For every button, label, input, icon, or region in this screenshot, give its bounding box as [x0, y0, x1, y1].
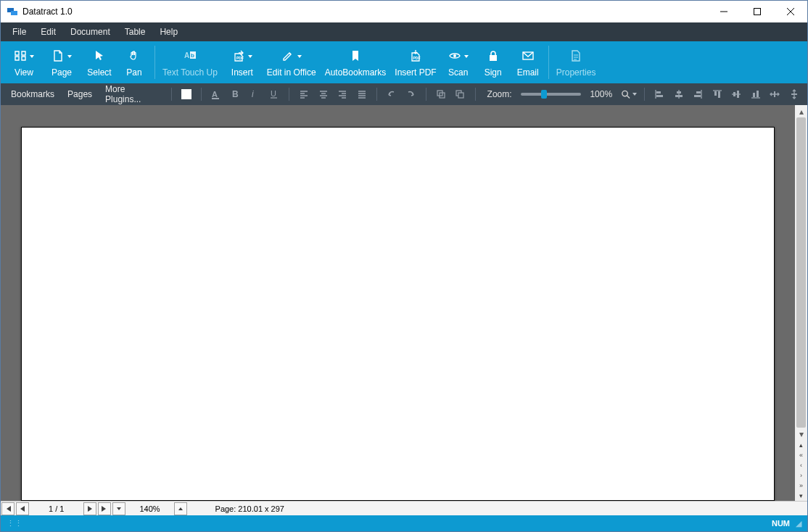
nav-first-icon[interactable]: « — [795, 450, 807, 460]
close-button[interactable] — [774, 1, 807, 22]
svg-rect-23 — [458, 93, 463, 98]
ribbon-text-touch-up[interactable]: Ab Text Touch Up — [158, 41, 222, 83]
menu-document[interactable]: Document — [63, 24, 118, 40]
ribbon-scan[interactable]: Scan — [441, 41, 476, 83]
toolbar-separator — [426, 88, 426, 101]
svg-text:A: A — [184, 51, 189, 59]
align-justify-icon[interactable] — [354, 86, 368, 102]
align-center-icon[interactable] — [316, 86, 330, 102]
zoom-dropdown-up[interactable] — [174, 502, 187, 515]
svg-line-25 — [627, 96, 630, 99]
ribbon-sign-label: Sign — [485, 67, 502, 78]
minimize-button[interactable] — [707, 1, 741, 22]
ribbon-pan[interactable]: Pan — [117, 41, 152, 83]
undo-icon[interactable] — [384, 86, 399, 102]
bookmark-icon — [349, 49, 362, 65]
edit-icon — [281, 49, 294, 65]
zoom-slider[interactable] — [521, 93, 582, 96]
bookmarks-panel-toggle[interactable]: Bookmarks — [7, 89, 59, 99]
svg-rect-12 — [490, 55, 497, 61]
ribbon-properties[interactable]: Properties — [552, 41, 601, 83]
ribbon-select[interactable]: Select — [82, 41, 117, 83]
ribbon-view[interactable]: View — [7, 41, 41, 83]
align-obj-center-h-icon[interactable] — [672, 86, 686, 102]
first-page-button[interactable] — [1, 502, 15, 515]
svg-rect-37 — [718, 91, 720, 98]
ribbon-page-label: Page — [51, 67, 72, 78]
nav-last-icon[interactable]: » — [795, 481, 807, 491]
underline-icon[interactable]: U — [266, 86, 281, 102]
last-page-button[interactable] — [98, 502, 111, 515]
align-obj-top-icon[interactable] — [709, 86, 724, 102]
ribbon-text-touch-up-label: Text Touch Up — [162, 67, 218, 78]
next-page-button[interactable] — [83, 502, 96, 515]
paste-icon[interactable] — [453, 86, 467, 102]
italic-icon[interactable]: i — [247, 86, 262, 102]
redo-icon[interactable] — [403, 86, 418, 102]
svg-rect-42 — [753, 93, 755, 97]
ribbon-insert-pdf[interactable]: PDF Insert PDF — [390, 41, 440, 83]
menu-help[interactable]: Help — [152, 24, 185, 40]
nav-next-icon[interactable]: › — [795, 470, 807, 481]
ribbon-page[interactable]: Page — [41, 41, 82, 83]
cursor-icon — [93, 49, 106, 65]
pages-panel-toggle[interactable]: Pages — [63, 89, 96, 99]
insert-icon: PDF — [232, 49, 245, 65]
nav-prev-page-icon[interactable]: ▴ — [795, 440, 807, 450]
canvas-area[interactable] — [1, 105, 795, 501]
more-plugins-button[interactable]: More Plugins... — [101, 84, 164, 104]
lock-icon — [487, 49, 500, 65]
copy-icon[interactable] — [434, 86, 448, 102]
statusbar: ⋮⋮ NUM ◢ — [1, 515, 807, 531]
align-obj-right-icon[interactable] — [690, 86, 705, 102]
nav-next-page-icon[interactable]: ▾ — [795, 491, 807, 501]
svg-rect-33 — [696, 91, 701, 93]
ribbon-sign[interactable]: Sign — [476, 41, 511, 83]
align-obj-center-v-icon[interactable] — [729, 86, 743, 102]
menu-file[interactable]: File — [5, 24, 33, 40]
distribute-v-icon[interactable] — [786, 86, 801, 102]
document-page[interactable] — [21, 127, 775, 501]
svg-rect-27 — [656, 91, 661, 93]
ribbon-pan-label: Pan — [126, 67, 141, 78]
chevron-down-icon — [30, 55, 34, 58]
ribbon-insert[interactable]: PDF Insert — [222, 41, 263, 83]
ribbon-edit-in-office[interactable]: Edit in Office — [263, 41, 321, 83]
bold-icon[interactable]: B — [228, 86, 242, 102]
page-icon — [51, 49, 65, 65]
scroll-down-icon[interactable]: ▾ — [795, 428, 807, 440]
align-obj-bottom-icon[interactable] — [748, 86, 762, 102]
chevron-down-icon — [297, 55, 302, 58]
scroll-up-icon[interactable]: ▴ — [795, 105, 807, 117]
ribbon-auto-bookmarks[interactable]: AutoBookmarks — [321, 41, 391, 83]
align-obj-left-icon[interactable] — [652, 86, 667, 102]
page-dropdown[interactable] — [112, 502, 125, 515]
text-color-swatch[interactable] — [179, 86, 194, 102]
nav-prev-icon[interactable]: ‹ — [795, 460, 807, 470]
text-touch-icon: Ab — [183, 49, 197, 65]
ribbon-email-label: Email — [517, 67, 539, 78]
window-title: Datatract 1.0 — [22, 7, 73, 17]
distribute-h-icon[interactable] — [767, 86, 782, 102]
svg-rect-3 — [754, 9, 761, 15]
vertical-scrollbar[interactable]: ▴ ▾ ▴ « ‹ › » ▾ — [795, 105, 807, 501]
menu-table[interactable]: Table — [118, 24, 153, 40]
workspace: ▴ ▾ ▴ « ‹ › » ▾ — [1, 105, 807, 501]
font-color-icon[interactable]: A — [209, 86, 223, 102]
toolbar-separator — [475, 88, 476, 101]
svg-rect-45 — [791, 93, 797, 95]
svg-rect-43 — [757, 91, 759, 97]
ribbon-view-label: View — [15, 67, 33, 78]
search-icon[interactable] — [621, 86, 637, 102]
maximize-button[interactable] — [741, 1, 774, 22]
align-right-icon[interactable] — [335, 86, 350, 102]
prev-page-button[interactable] — [16, 502, 29, 515]
menu-edit[interactable]: Edit — [33, 24, 63, 40]
align-left-icon[interactable] — [297, 86, 311, 102]
svg-rect-28 — [656, 95, 663, 97]
ribbon-email[interactable]: Email — [511, 41, 545, 83]
eye-icon — [448, 49, 461, 65]
chevron-down-icon — [464, 55, 469, 58]
chevron-down-icon — [67, 55, 72, 58]
resize-handle-icon[interactable]: ◢ — [796, 519, 801, 528]
